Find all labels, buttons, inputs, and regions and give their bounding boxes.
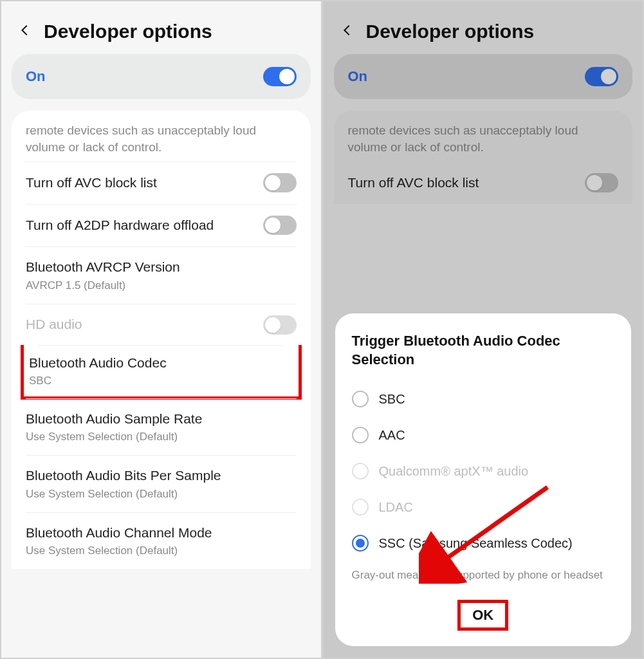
- row-label: Turn off AVC block list: [26, 174, 253, 192]
- row-sample-rate[interactable]: Bluetooth Audio Sample Rate Use System S…: [12, 398, 311, 455]
- section-hint: remote devices such as unacceptably loud…: [12, 118, 311, 162]
- radio-icon[interactable]: [352, 391, 369, 407]
- radio-icon: [352, 499, 369, 515]
- back-icon[interactable]: [18, 23, 32, 40]
- row-label: Turn off A2DP hardware offload: [26, 216, 253, 234]
- left-screenshot: Developer options On remote devices such…: [1, 1, 321, 658]
- radio-label: SSC (Samsung Seamless Codec): [379, 536, 573, 551]
- row-sublabel: Use System Selection (Default): [26, 488, 297, 501]
- row-hd-audio: HD audio: [12, 304, 311, 346]
- radio-ssc[interactable]: SSC (Samsung Seamless Codec): [352, 525, 615, 561]
- hd-audio-toggle: [263, 315, 297, 335]
- ok-highlight: OK: [457, 600, 508, 631]
- radio-label: SBC: [379, 392, 405, 407]
- row-a2dp-offload[interactable]: Turn off A2DP hardware offload: [12, 204, 311, 246]
- right-screenshot: Developer options On remote devices such…: [324, 1, 643, 658]
- row-label: Bluetooth Audio Bits Per Sample: [26, 467, 297, 485]
- row-sublabel: SBC: [29, 375, 293, 387]
- radio-label: AAC: [379, 428, 405, 443]
- radio-aac[interactable]: AAC: [352, 417, 615, 453]
- radio-label: Qualcomm® aptX™ audio: [379, 464, 529, 479]
- dialog-hint: Gray-out means not supported by phone or…: [352, 569, 615, 582]
- avc-toggle[interactable]: [263, 173, 297, 192]
- a2dp-toggle[interactable]: [263, 216, 297, 235]
- radio-icon: [352, 463, 369, 479]
- master-toggle-row[interactable]: On: [12, 54, 311, 99]
- radio-sbc[interactable]: SBC: [352, 381, 615, 417]
- master-toggle-label: On: [26, 68, 46, 85]
- row-bluetooth-audio-codec[interactable]: Bluetooth Audio Codec SBC: [21, 345, 302, 400]
- ok-button[interactable]: OK: [472, 607, 493, 624]
- page-title: Developer options: [44, 21, 212, 42]
- radio-icon[interactable]: [352, 427, 369, 443]
- row-label: Bluetooth AVRCP Version: [26, 258, 297, 276]
- radio-icon[interactable]: [352, 535, 369, 552]
- settings-list: remote devices such as unacceptably loud…: [12, 111, 311, 569]
- row-sublabel: AVRCP 1.5 (Default): [26, 279, 297, 292]
- row-avrcp-version[interactable]: Bluetooth AVRCP Version AVRCP 1.5 (Defau…: [12, 246, 311, 303]
- row-channel-mode[interactable]: Bluetooth Audio Channel Mode Use System …: [12, 512, 311, 569]
- row-label: Bluetooth Audio Channel Mode: [26, 524, 297, 542]
- row-label: Bluetooth Audio Codec: [29, 354, 293, 372]
- row-sublabel: Use System Selection (Default): [26, 431, 297, 443]
- header: Developer options: [1, 1, 321, 54]
- radio-ldac: LDAC: [352, 489, 615, 525]
- dialog-actions: OK: [352, 600, 615, 631]
- row-bits-per-sample[interactable]: Bluetooth Audio Bits Per Sample Use Syst…: [12, 455, 311, 512]
- row-label: Bluetooth Audio Sample Rate: [26, 410, 297, 428]
- row-sublabel: Use System Selection (Default): [26, 544, 297, 557]
- row-label: HD audio: [26, 315, 253, 333]
- row-avc-block-list[interactable]: Turn off AVC block list: [12, 162, 311, 204]
- master-toggle[interactable]: [263, 67, 297, 86]
- radio-label: LDAC: [379, 500, 413, 515]
- radio-aptx: Qualcomm® aptX™ audio: [352, 453, 615, 489]
- dialog-title: Trigger Bluetooth Audio Codec Selection: [352, 331, 615, 369]
- codec-dialog: Trigger Bluetooth Audio Codec Selection …: [335, 313, 632, 646]
